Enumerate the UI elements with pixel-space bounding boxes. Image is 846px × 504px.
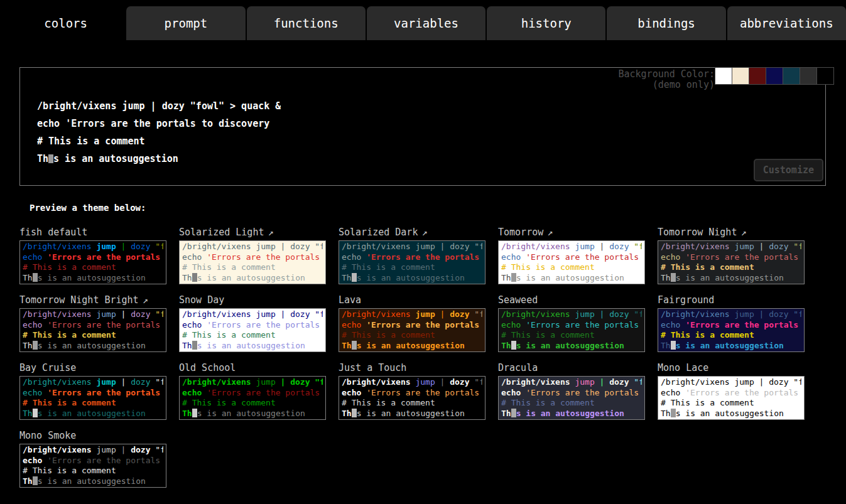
code-segment: # This is a comment bbox=[342, 262, 435, 272]
theme-title[interactable]: fish default bbox=[19, 225, 166, 240]
code-segment: echo bbox=[23, 320, 47, 330]
theme-title[interactable]: Lava bbox=[339, 293, 485, 308]
code-segment: echo bbox=[661, 252, 685, 262]
theme-preview[interactable]: /bright/vixens jump | dozy "fowl" > quac… bbox=[339, 308, 485, 352]
theme-preview[interactable]: /bright/vixens jump | dozy "fowl" > quac… bbox=[19, 240, 166, 284]
theme-preview[interactable]: /bright/vixens jump | dozy "fowl" > quac… bbox=[179, 308, 326, 352]
background-swatch[interactable] bbox=[800, 67, 817, 85]
code-segment: s is an autosuggestion bbox=[357, 409, 465, 418]
background-swatch[interactable] bbox=[732, 67, 749, 85]
tab-functions[interactable]: functions bbox=[247, 6, 366, 40]
code-segment: Th bbox=[23, 341, 33, 350]
background-swatch[interactable] bbox=[749, 67, 766, 85]
code-segment: "fowl" > quack & bbox=[470, 309, 482, 319]
theme-title[interactable]: Tomorrow↗ bbox=[498, 225, 645, 240]
theme-title[interactable]: Tomorrow Night↗ bbox=[658, 225, 805, 240]
theme-title[interactable]: Tomorrow Night Bright↗ bbox=[19, 293, 166, 308]
terminal-line: # This is a comment bbox=[182, 262, 323, 273]
theme-name: Just a Touch bbox=[339, 362, 406, 373]
terminal-line: /bright/vixens jump | dozy "fowl" > quac… bbox=[661, 377, 801, 388]
terminal-line: Ths is an autosuggestion bbox=[23, 341, 163, 351]
code-segment: # This is a comment bbox=[501, 398, 595, 407]
theme-preview[interactable]: /bright/vixens jump | dozy "fowl" > quac… bbox=[19, 308, 166, 352]
code-segment: echo bbox=[342, 252, 366, 262]
theme-preview[interactable]: /bright/vixens jump | dozy "fowl" > quac… bbox=[339, 240, 485, 284]
theme-preview[interactable]: /bright/vixens jump | dozy "fowl" > quac… bbox=[498, 308, 645, 352]
code-segment: 'Errors are the portals to discovery bbox=[47, 252, 163, 262]
external-link-icon[interactable]: ↗ bbox=[421, 227, 427, 238]
code-segment: 'Errors are the portals to discovery bbox=[366, 252, 482, 262]
theme-card-tomorrow-night: Tomorrow Night↗/bright/vixens jump | doz… bbox=[658, 225, 805, 284]
terminal-line: # This is a comment bbox=[182, 398, 323, 409]
code-segment: /bright/vixens bbox=[23, 309, 96, 319]
theme-preview[interactable]: /bright/vixens jump | dozy "fowl" > quac… bbox=[179, 376, 326, 420]
theme-title[interactable]: Fairground bbox=[658, 293, 805, 308]
theme-title[interactable]: Bay Cruise bbox=[19, 361, 166, 376]
theme-name: Solarized Dark bbox=[339, 227, 418, 238]
theme-preview[interactable]: /bright/vixens jump | dozy "fowl" > quac… bbox=[658, 308, 805, 352]
theme-title[interactable]: Old School bbox=[179, 361, 326, 376]
external-link-icon[interactable]: ↗ bbox=[740, 227, 746, 238]
terminal-line: /bright/vixens jump | dozy "fowl" > quac… bbox=[23, 309, 163, 320]
external-link-icon[interactable]: ↗ bbox=[143, 294, 148, 306]
background-swatch[interactable] bbox=[783, 67, 800, 85]
code-segment: echo bbox=[182, 252, 207, 262]
theme-title[interactable]: Dracula bbox=[498, 361, 645, 376]
theme-preview[interactable]: /bright/vixens jump | dozy "fowl" > quac… bbox=[498, 376, 645, 420]
theme-title[interactable]: Solarized Light↗ bbox=[179, 225, 326, 240]
tab-abbreviations[interactable]: abbreviations bbox=[727, 6, 846, 40]
theme-preview[interactable]: /bright/vixens jump | dozy "fowl" > quac… bbox=[19, 444, 166, 488]
theme-name: fish default bbox=[19, 227, 87, 238]
code-segment: s is an autosuggestion bbox=[357, 273, 465, 282]
theme-title[interactable]: Mono Lace bbox=[658, 361, 805, 376]
theme-preview[interactable]: /bright/vixens jump | dozy "fowl" > quac… bbox=[658, 240, 805, 284]
theme-name: Old School bbox=[179, 362, 236, 373]
theme-preview[interactable]: /bright/vixens jump | dozy "fowl" > quac… bbox=[339, 376, 485, 420]
background-swatch[interactable] bbox=[766, 67, 783, 85]
terminal-line: Ths is an autosuggestion bbox=[501, 273, 642, 284]
code-segment: dozy bbox=[290, 377, 310, 387]
code-segment: Th bbox=[661, 409, 671, 418]
code-segment: echo bbox=[182, 320, 207, 330]
theme-title[interactable]: Solarized Dark↗ bbox=[339, 225, 485, 240]
background-swatch[interactable] bbox=[816, 67, 834, 85]
code-segment: s is an autosuggestion bbox=[676, 273, 784, 282]
theme-title[interactable]: Snow Day bbox=[179, 293, 326, 308]
code-segment: Th bbox=[342, 273, 352, 282]
terminal-line: # This is a comment bbox=[342, 262, 482, 273]
customize-button[interactable]: Customize bbox=[754, 159, 823, 181]
tab-variables[interactable]: variables bbox=[367, 6, 485, 40]
code-segment: Th bbox=[661, 341, 671, 350]
theme-preview[interactable]: /bright/vixens jump | dozy "fowl" > quac… bbox=[179, 240, 326, 284]
cursor-block bbox=[671, 341, 676, 350]
cursor-block bbox=[33, 273, 38, 282]
theme-preview[interactable]: /bright/vixens jump | dozy "fowl" > quac… bbox=[19, 376, 166, 420]
tab-colors[interactable]: colors bbox=[6, 6, 125, 40]
code-segment: 'Errors are the portals to discovery bbox=[685, 252, 801, 262]
cursor-block bbox=[192, 341, 197, 350]
code-segment: 'Errors are the portals to discovery bbox=[207, 388, 323, 397]
code-segment: # This is a comment bbox=[23, 398, 116, 407]
code-segment: /bright/vixens jump | dozy "fowl" > quac… bbox=[182, 309, 323, 319]
code-segment: # This is a comment bbox=[501, 262, 595, 272]
theme-title[interactable]: Mono Smoke bbox=[19, 429, 166, 444]
theme-preview[interactable]: /bright/vixens jump | dozy "fowl" > quac… bbox=[658, 376, 805, 420]
code-segment: # This is a comment bbox=[661, 262, 754, 272]
tab-history[interactable]: history bbox=[487, 6, 605, 40]
terminal-line: Ths is an autosuggestion bbox=[23, 273, 163, 284]
terminal-line: Ths is an autosuggestion bbox=[182, 341, 323, 351]
terminal-line: Ths is an autosuggestion bbox=[501, 341, 642, 351]
terminal-line: echo 'Errors are the portals to discover… bbox=[23, 252, 163, 263]
theme-card-tomorrow-night-bright: Tomorrow Night Bright↗/bright/vixens jum… bbox=[19, 293, 166, 352]
code-segment: | bbox=[595, 309, 609, 319]
theme-title[interactable]: Seaweed bbox=[498, 293, 645, 308]
tab-bindings[interactable]: bindings bbox=[607, 6, 725, 40]
external-link-icon[interactable]: ↗ bbox=[547, 227, 553, 238]
tab-prompt[interactable]: prompt bbox=[126, 6, 245, 40]
theme-title[interactable]: Just a Touch bbox=[339, 361, 485, 376]
code-segment: dozy bbox=[609, 242, 629, 251]
external-link-icon[interactable]: ↗ bbox=[268, 227, 273, 238]
code-segment: Th bbox=[23, 273, 33, 282]
background-swatch[interactable] bbox=[715, 67, 732, 85]
theme-preview[interactable]: /bright/vixens jump | dozy "fowl" > quac… bbox=[498, 240, 645, 284]
